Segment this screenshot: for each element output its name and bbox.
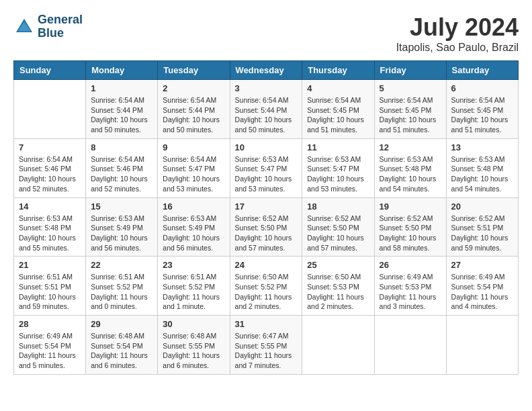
week-row-4: 21Sunrise: 6:51 AMSunset: 5:51 PMDayligh… <box>14 257 519 316</box>
calendar-table: SundayMondayTuesdayWednesdayThursdayFrid… <box>13 60 519 375</box>
calendar-cell: 30Sunrise: 6:48 AMSunset: 5:55 PMDayligh… <box>158 316 230 375</box>
calendar-cell: 3Sunrise: 6:54 AMSunset: 5:44 PMDaylight… <box>230 80 302 139</box>
day-number: 11 <box>307 142 369 152</box>
day-number: 4 <box>307 83 369 93</box>
day-info: Sunrise: 6:51 AMSunset: 5:51 PMDaylight:… <box>19 272 81 312</box>
logo: General Blue <box>13 13 83 40</box>
col-header-saturday: Saturday <box>446 61 518 80</box>
day-info: Sunrise: 6:53 AMSunset: 5:48 PMDaylight:… <box>380 154 441 194</box>
calendar-cell: 31Sunrise: 6:47 AMSunset: 5:55 PMDayligh… <box>230 316 302 375</box>
logo-text: General Blue <box>38 13 83 40</box>
calendar-cell: 16Sunrise: 6:53 AMSunset: 5:49 PMDayligh… <box>158 197 230 257</box>
day-info: Sunrise: 6:50 AMSunset: 5:53 PMDaylight:… <box>307 272 369 312</box>
day-info: Sunrise: 6:47 AMSunset: 5:55 PMDaylight:… <box>235 331 298 371</box>
day-number: 30 <box>163 319 224 329</box>
calendar-cell: 28Sunrise: 6:49 AMSunset: 5:54 PMDayligh… <box>14 316 86 375</box>
week-row-5: 28Sunrise: 6:49 AMSunset: 5:54 PMDayligh… <box>14 316 519 375</box>
day-number: 15 <box>91 201 152 212</box>
day-number: 7 <box>19 142 81 152</box>
day-info: Sunrise: 6:53 AMSunset: 5:49 PMDaylight:… <box>163 214 224 253</box>
calendar-cell: 14Sunrise: 6:53 AMSunset: 5:48 PMDayligh… <box>14 197 86 257</box>
calendar-cell: 8Sunrise: 6:54 AMSunset: 5:46 PMDaylight… <box>86 138 158 197</box>
day-info: Sunrise: 6:52 AMSunset: 5:51 PMDaylight:… <box>451 214 513 253</box>
day-info: Sunrise: 6:52 AMSunset: 5:50 PMDaylight:… <box>235 214 298 253</box>
week-row-1: 1Sunrise: 6:54 AMSunset: 5:44 PMDaylight… <box>14 80 519 139</box>
calendar-cell: 17Sunrise: 6:52 AMSunset: 5:50 PMDayligh… <box>230 197 302 257</box>
day-info: Sunrise: 6:54 AMSunset: 5:47 PMDaylight:… <box>163 154 224 194</box>
calendar-cell <box>14 80 86 139</box>
day-number: 26 <box>380 260 441 270</box>
logo-line1: General <box>38 13 83 26</box>
day-info: Sunrise: 6:50 AMSunset: 5:52 PMDaylight:… <box>235 272 298 312</box>
day-number: 1 <box>91 83 152 93</box>
col-header-monday: Monday <box>86 61 158 80</box>
day-info: Sunrise: 6:53 AMSunset: 5:48 PMDaylight:… <box>19 214 81 253</box>
page-header: General Blue July 2024 Itapolis, Sao Pau… <box>13 13 519 54</box>
calendar-cell: 22Sunrise: 6:51 AMSunset: 5:52 PMDayligh… <box>86 257 158 316</box>
day-number: 28 <box>19 319 81 329</box>
col-header-thursday: Thursday <box>302 61 374 80</box>
title-block: July 2024 Itapolis, Sao Paulo, Brazil <box>396 13 519 54</box>
logo-line2: Blue <box>38 26 64 40</box>
day-info: Sunrise: 6:53 AMSunset: 5:47 PMDaylight:… <box>307 154 369 194</box>
day-number: 5 <box>380 83 441 93</box>
calendar-cell: 23Sunrise: 6:51 AMSunset: 5:52 PMDayligh… <box>158 257 230 316</box>
day-info: Sunrise: 6:54 AMSunset: 5:45 PMDaylight:… <box>307 95 369 135</box>
col-header-wednesday: Wednesday <box>230 61 302 80</box>
day-info: Sunrise: 6:49 AMSunset: 5:54 PMDaylight:… <box>451 272 513 312</box>
col-header-friday: Friday <box>374 61 446 80</box>
day-info: Sunrise: 6:48 AMSunset: 5:55 PMDaylight:… <box>163 331 224 371</box>
day-number: 13 <box>451 142 513 152</box>
day-info: Sunrise: 6:51 AMSunset: 5:52 PMDaylight:… <box>91 272 152 312</box>
calendar-cell: 15Sunrise: 6:53 AMSunset: 5:49 PMDayligh… <box>86 197 158 257</box>
calendar-cell: 11Sunrise: 6:53 AMSunset: 5:47 PMDayligh… <box>302 138 374 197</box>
day-number: 3 <box>235 83 298 93</box>
day-number: 16 <box>163 201 224 212</box>
day-number: 29 <box>91 319 152 329</box>
calendar-cell: 10Sunrise: 6:53 AMSunset: 5:47 PMDayligh… <box>230 138 302 197</box>
day-info: Sunrise: 6:54 AMSunset: 5:46 PMDaylight:… <box>19 154 81 194</box>
day-number: 18 <box>307 201 369 212</box>
day-number: 22 <box>91 260 152 270</box>
day-info: Sunrise: 6:53 AMSunset: 5:49 PMDaylight:… <box>91 214 152 253</box>
calendar-cell: 6Sunrise: 6:54 AMSunset: 5:45 PMDaylight… <box>446 80 518 139</box>
day-number: 31 <box>235 319 298 329</box>
calendar-cell: 7Sunrise: 6:54 AMSunset: 5:46 PMDaylight… <box>14 138 86 197</box>
day-info: Sunrise: 6:53 AMSunset: 5:48 PMDaylight:… <box>451 154 513 194</box>
calendar-cell: 19Sunrise: 6:52 AMSunset: 5:50 PMDayligh… <box>374 197 446 257</box>
col-header-tuesday: Tuesday <box>158 61 230 80</box>
day-number: 25 <box>307 260 369 270</box>
day-info: Sunrise: 6:54 AMSunset: 5:45 PMDaylight:… <box>380 95 441 135</box>
day-info: Sunrise: 6:52 AMSunset: 5:50 PMDaylight:… <box>380 214 441 253</box>
day-number: 14 <box>19 201 81 212</box>
calendar-cell: 26Sunrise: 6:49 AMSunset: 5:53 PMDayligh… <box>374 257 446 316</box>
month-year: July 2024 <box>396 13 519 42</box>
day-info: Sunrise: 6:54 AMSunset: 5:44 PMDaylight:… <box>91 95 152 135</box>
calendar-cell: 18Sunrise: 6:52 AMSunset: 5:50 PMDayligh… <box>302 197 374 257</box>
week-row-2: 7Sunrise: 6:54 AMSunset: 5:46 PMDaylight… <box>14 138 519 197</box>
day-number: 24 <box>235 260 298 270</box>
calendar-cell: 24Sunrise: 6:50 AMSunset: 5:52 PMDayligh… <box>230 257 302 316</box>
day-info: Sunrise: 6:52 AMSunset: 5:50 PMDaylight:… <box>307 214 369 253</box>
calendar-cell <box>302 316 374 375</box>
day-info: Sunrise: 6:49 AMSunset: 5:53 PMDaylight:… <box>380 272 441 312</box>
day-info: Sunrise: 6:54 AMSunset: 5:45 PMDaylight:… <box>451 95 513 135</box>
day-number: 27 <box>451 260 513 270</box>
day-info: Sunrise: 6:49 AMSunset: 5:54 PMDaylight:… <box>19 331 81 371</box>
calendar-cell: 21Sunrise: 6:51 AMSunset: 5:51 PMDayligh… <box>14 257 86 316</box>
day-number: 19 <box>380 201 441 212</box>
day-number: 17 <box>235 201 298 212</box>
calendar-cell: 29Sunrise: 6:48 AMSunset: 5:54 PMDayligh… <box>86 316 158 375</box>
day-number: 23 <box>163 260 224 270</box>
day-number: 2 <box>163 83 224 93</box>
calendar-cell <box>446 316 518 375</box>
day-number: 9 <box>163 142 224 152</box>
week-row-3: 14Sunrise: 6:53 AMSunset: 5:48 PMDayligh… <box>14 197 519 257</box>
day-info: Sunrise: 6:54 AMSunset: 5:44 PMDaylight:… <box>235 95 298 135</box>
calendar-cell: 13Sunrise: 6:53 AMSunset: 5:48 PMDayligh… <box>446 138 518 197</box>
calendar-cell: 20Sunrise: 6:52 AMSunset: 5:51 PMDayligh… <box>446 197 518 257</box>
day-info: Sunrise: 6:54 AMSunset: 5:46 PMDaylight:… <box>91 154 152 194</box>
col-header-sunday: Sunday <box>14 61 86 80</box>
calendar-cell: 2Sunrise: 6:54 AMSunset: 5:44 PMDaylight… <box>158 80 230 139</box>
logo-icon <box>13 16 35 38</box>
